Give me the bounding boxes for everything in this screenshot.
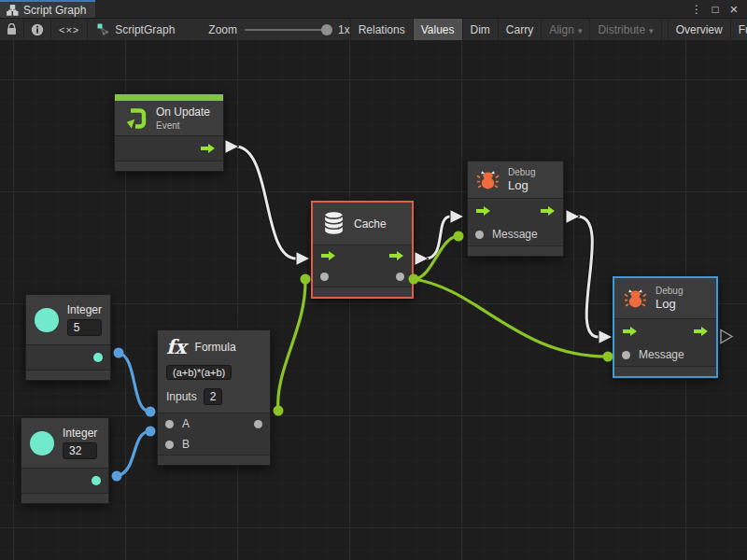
wire-value-cache-to-debug2-message[interactable] bbox=[414, 279, 608, 357]
inputs-count-field[interactable]: 2 bbox=[204, 388, 223, 405]
node-title: Cache bbox=[354, 217, 387, 231]
node-footer bbox=[614, 366, 716, 376]
graph-toolbar: <×> ScriptGraph Zoom 1x Relations bbox=[0, 19, 747, 41]
unconnected-flow-arrow[interactable] bbox=[721, 330, 732, 343]
node-cache[interactable]: Cache bbox=[311, 201, 414, 299]
formula-fx-icon: fx bbox=[166, 337, 187, 357]
flow-arrowhead bbox=[296, 252, 310, 266]
hierarchy-icon bbox=[7, 5, 19, 16]
integer-value-field[interactable]: 32 bbox=[63, 442, 97, 459]
value-output-port[interactable] bbox=[93, 353, 103, 362]
message-label: Message bbox=[492, 228, 538, 241]
port-b-label: B bbox=[182, 438, 190, 451]
tab-script-graph[interactable]: Script Graph bbox=[0, 0, 95, 18]
fullscreen-button[interactable]: Full Screen bbox=[731, 19, 747, 40]
wire-value-integer1-to-formula-a[interactable] bbox=[119, 353, 150, 412]
node-subtitle: Event bbox=[156, 120, 210, 131]
value-input-port[interactable] bbox=[320, 273, 329, 281]
value-output-port[interactable] bbox=[92, 476, 101, 485]
toolbar-middle: ScriptGraph Zoom 1x bbox=[88, 19, 350, 40]
flow-input-port[interactable] bbox=[320, 250, 336, 261]
integer-type-icon bbox=[30, 431, 54, 455]
flow-arrowhead bbox=[599, 330, 613, 344]
message-input-port[interactable] bbox=[622, 351, 630, 359]
align-dropdown[interactable]: Align ▾ bbox=[542, 19, 590, 40]
message-input-port[interactable] bbox=[475, 231, 484, 239]
node-footer bbox=[468, 245, 563, 256]
flow-arrowhead bbox=[450, 210, 464, 224]
zoom-slider-knob[interactable] bbox=[321, 24, 332, 35]
flow-output-port[interactable] bbox=[540, 205, 556, 217]
wire-value-formula-to-cache[interactable] bbox=[278, 280, 305, 411]
chevron-down-icon: ▾ bbox=[578, 26, 583, 35]
info-icon bbox=[31, 23, 44, 36]
node-title: On Update bbox=[156, 105, 210, 119]
info-button[interactable] bbox=[24, 19, 51, 40]
bug-icon bbox=[476, 168, 500, 191]
formula-expression-field[interactable]: (a+b)*(a+b) bbox=[166, 365, 232, 380]
overview-button[interactable]: Overview bbox=[668, 19, 731, 40]
node-category: Debug bbox=[655, 286, 683, 296]
input-port-b[interactable] bbox=[165, 441, 174, 449]
message-label: Message bbox=[639, 348, 684, 361]
lock-button[interactable] bbox=[0, 19, 24, 40]
node-footer bbox=[115, 161, 223, 171]
wire-value-integer2-to-formula-b[interactable] bbox=[117, 431, 150, 476]
script-graph-icon bbox=[97, 23, 109, 35]
wire-flow-onupdate-to-cache[interactable] bbox=[235, 147, 296, 259]
close-icon[interactable]: × bbox=[726, 2, 741, 17]
lock-icon bbox=[7, 23, 17, 35]
window-controls: ⋮ □ × bbox=[689, 0, 747, 18]
node-title: Log bbox=[655, 297, 683, 311]
bug-icon bbox=[624, 287, 647, 310]
maximize-icon[interactable]: □ bbox=[708, 2, 723, 17]
flow-input-port[interactable] bbox=[475, 205, 491, 217]
flow-input-port[interactable] bbox=[622, 326, 638, 337]
window-menu-icon[interactable]: ⋮ bbox=[689, 2, 704, 17]
graph-breadcrumb[interactable]: ScriptGraph bbox=[88, 23, 184, 36]
node-title: Formula bbox=[195, 341, 236, 354]
dim-button[interactable]: Dim bbox=[463, 19, 499, 40]
database-icon bbox=[322, 211, 345, 236]
node-formula[interactable]: fx Formula (a+b)*(a+b) Inputs 2 A B bbox=[157, 329, 271, 466]
node-footer bbox=[158, 455, 270, 465]
relations-button[interactable]: Relations bbox=[351, 19, 414, 40]
zoom-label: Zoom bbox=[208, 23, 237, 36]
zoom-control: Zoom 1x bbox=[208, 23, 349, 36]
values-button[interactable]: Values bbox=[414, 19, 463, 40]
inputs-label: Inputs bbox=[166, 390, 197, 403]
node-on-update[interactable]: On Update Event bbox=[114, 93, 224, 172]
node-debug-log-1[interactable]: Debug Log Message bbox=[467, 161, 564, 257]
carry-button[interactable]: Carry bbox=[499, 19, 542, 40]
flow-output-port[interactable] bbox=[693, 326, 709, 337]
inspect-button[interactable]: <×> bbox=[51, 19, 88, 40]
node-integer-2[interactable]: Integer 32 bbox=[21, 417, 109, 504]
integer-value-field[interactable]: 5 bbox=[67, 319, 102, 336]
node-footer bbox=[313, 287, 412, 297]
title-bar: Script Graph ⋮ □ × bbox=[0, 0, 747, 19]
node-footer bbox=[21, 493, 108, 503]
chevron-down-icon: ▾ bbox=[649, 26, 654, 35]
integer-type-icon bbox=[35, 308, 59, 332]
node-title: Log bbox=[508, 178, 535, 192]
flow-output-port[interactable] bbox=[388, 250, 404, 261]
wire-flow-debug1-to-debug2[interactable] bbox=[578, 217, 599, 337]
value-output-port[interactable] bbox=[254, 420, 262, 428]
event-accent-strip bbox=[115, 94, 223, 101]
tab-label: Script Graph bbox=[23, 4, 86, 17]
unity-visual-scripting-window: Script Graph ⋮ □ × <×> bbox=[0, 0, 747, 560]
value-output-port[interactable] bbox=[396, 273, 404, 281]
loop-event-icon bbox=[123, 106, 148, 131]
node-footer bbox=[26, 370, 110, 380]
graph-name-label: ScriptGraph bbox=[115, 23, 175, 36]
graph-canvas[interactable]: On Update Event Integer 5 bbox=[0, 40, 747, 560]
wire-value-cache-to-debug1-message[interactable] bbox=[414, 236, 458, 279]
distribute-dropdown[interactable]: Distribute ▾ bbox=[590, 19, 661, 40]
port-a-label: A bbox=[182, 417, 190, 430]
node-debug-log-2[interactable]: Debug Log Message bbox=[613, 276, 718, 378]
flow-output-port[interactable] bbox=[200, 143, 216, 154]
node-integer-1[interactable]: Integer 5 bbox=[25, 294, 111, 381]
input-port-a[interactable] bbox=[165, 420, 174, 428]
node-title: Integer bbox=[67, 303, 102, 316]
zoom-slider[interactable] bbox=[245, 29, 331, 31]
